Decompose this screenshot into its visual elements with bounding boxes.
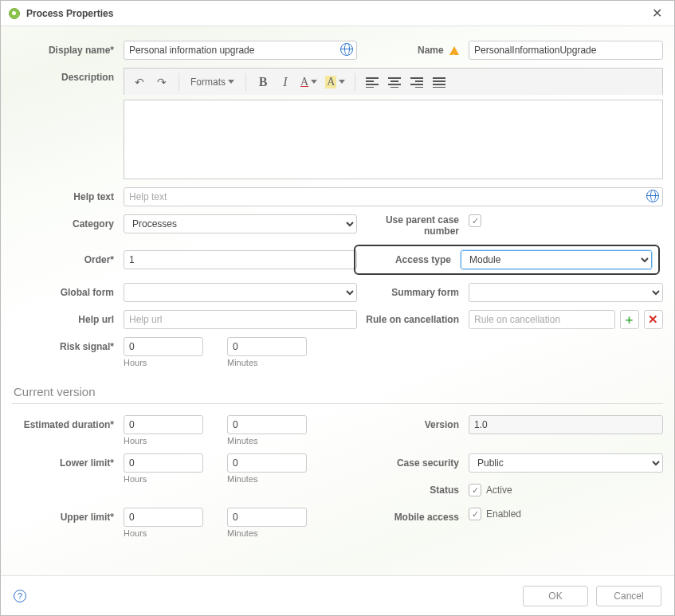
dialog-content: Display name* Name Desc	[1, 26, 674, 575]
dialog-footer: ? OK Cancel	[1, 575, 674, 615]
text-color-button[interactable]: A	[297, 72, 320, 92]
mobile-access-label: Mobile access	[357, 508, 469, 527]
minutes-label: Minutes	[227, 436, 307, 445]
hours-label: Hours	[124, 474, 203, 484]
mobile-access-checkbox[interactable]	[469, 508, 481, 520]
add-rule-button[interactable]: ＋	[620, 310, 639, 329]
risk-hours-input[interactable]	[124, 337, 203, 356]
chevron-down-icon	[339, 80, 345, 84]
hours-label: Hours	[124, 436, 203, 445]
risk-signal-label: Risk signal*	[12, 337, 124, 356]
globe-icon[interactable]	[340, 43, 353, 56]
status-checkbox[interactable]	[469, 484, 481, 496]
access-type-highlight: Access type Module	[354, 245, 660, 275]
window-title: Process Properties	[26, 8, 113, 19]
case-security-label: Case security	[357, 453, 469, 473]
name-label-text: Name	[418, 45, 444, 56]
close-icon[interactable]: ✕	[647, 6, 666, 21]
display-name-input[interactable]	[124, 41, 357, 60]
bold-button[interactable]: B	[253, 72, 273, 92]
warning-icon	[449, 46, 459, 55]
status-active-label: Active	[486, 485, 512, 496]
category-select[interactable]: Processes	[124, 214, 357, 233]
display-name-label: Display name*	[12, 41, 124, 60]
version-label: Version	[357, 415, 469, 434]
rule-cancel-input[interactable]	[469, 310, 615, 329]
access-type-label: Access type	[355, 250, 461, 269]
formats-label: Formats	[190, 77, 226, 88]
help-url-label: Help url	[12, 310, 124, 329]
chevron-down-icon	[228, 80, 234, 84]
undo-button[interactable]: ↶	[129, 72, 150, 92]
align-center-button[interactable]	[384, 72, 405, 92]
est-duration-label: Estimated duration*	[12, 415, 124, 434]
formats-dropdown[interactable]: Formats	[186, 72, 239, 92]
redo-button[interactable]: ↷	[151, 72, 172, 92]
app-icon	[9, 8, 20, 19]
use-parent-label: Use parent case number	[357, 214, 469, 237]
cancel-button[interactable]: Cancel	[596, 586, 661, 606]
description-editor[interactable]	[124, 100, 663, 179]
name-label: Name	[357, 41, 469, 60]
est-minutes-input[interactable]	[227, 415, 307, 434]
upper-minutes-input[interactable]	[227, 508, 307, 527]
help-text-input[interactable]	[124, 187, 663, 206]
version-input	[469, 415, 663, 434]
help-icon[interactable]: ?	[14, 590, 26, 602]
process-properties-dialog: Process Properties ✕ Display name* Name	[0, 0, 675, 616]
globe-icon[interactable]	[646, 190, 659, 202]
rule-cancel-label: Rule on cancellation	[357, 310, 469, 329]
category-label: Category	[12, 214, 124, 233]
mobile-enabled-label: Enabled	[486, 508, 521, 520]
help-text-label: Help text	[12, 187, 124, 206]
case-security-select[interactable]: Public	[469, 453, 663, 473]
status-label: Status	[357, 481, 469, 500]
order-input[interactable]	[124, 250, 357, 269]
summary-form-select[interactable]	[469, 283, 663, 302]
delete-rule-button[interactable]: ✕	[644, 310, 663, 329]
italic-button[interactable]: I	[275, 72, 296, 92]
align-justify-button[interactable]	[429, 72, 449, 92]
risk-minutes-input[interactable]	[227, 337, 307, 356]
minutes-label: Minutes	[227, 474, 307, 484]
section-divider	[12, 403, 663, 404]
help-url-input[interactable]	[124, 310, 357, 329]
minutes-label: Minutes	[227, 528, 307, 538]
ok-button[interactable]: OK	[523, 586, 588, 606]
upper-hours-input[interactable]	[124, 508, 203, 527]
highlight-button[interactable]: A	[322, 72, 348, 92]
description-label: Description	[12, 68, 124, 87]
upper-limit-label: Upper limit*	[12, 508, 124, 527]
lower-hours-input[interactable]	[124, 453, 203, 473]
hours-label: Hours	[124, 358, 203, 367]
lower-minutes-input[interactable]	[227, 453, 307, 473]
name-input[interactable]	[469, 41, 663, 60]
access-type-select[interactable]: Module	[461, 250, 652, 269]
titlebar: Process Properties ✕	[1, 1, 674, 26]
summary-form-label: Summary form	[357, 283, 469, 302]
editor-toolbar: ↶ ↷ Formats B I A A	[124, 68, 663, 95]
global-form-label: Global form	[12, 283, 124, 302]
minutes-label: Minutes	[227, 358, 307, 367]
align-right-button[interactable]	[406, 72, 427, 92]
lower-limit-label: Lower limit*	[12, 453, 124, 473]
order-label: Order*	[12, 250, 124, 269]
est-hours-input[interactable]	[124, 415, 203, 434]
current-version-title: Current version	[14, 385, 663, 398]
chevron-down-icon	[311, 80, 317, 84]
global-form-select[interactable]	[124, 283, 357, 302]
hours-label: Hours	[124, 528, 203, 538]
use-parent-checkbox[interactable]	[469, 214, 481, 227]
align-left-button[interactable]	[362, 72, 383, 92]
